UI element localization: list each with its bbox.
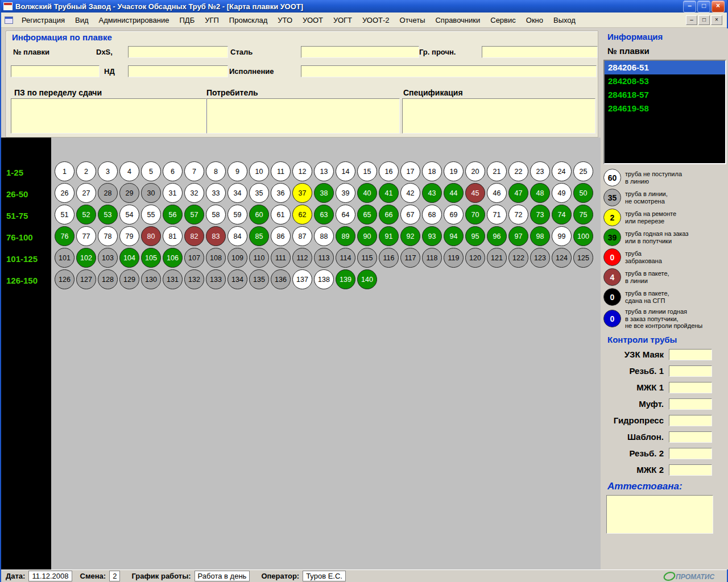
nd-input[interactable] [128, 65, 228, 77]
control-input-МЖК 1[interactable] [669, 382, 712, 393]
pipe-circle-15[interactable]: 15 [357, 161, 377, 181]
pipe-circle-111[interactable]: 111 [271, 248, 291, 268]
pipe-circle-137[interactable]: 137 [292, 269, 312, 289]
menu-item-Регистрация[interactable]: Регистрация [16, 14, 70, 27]
close-button[interactable]: × [712, 1, 725, 13]
pipe-circle-114[interactable]: 114 [336, 248, 355, 268]
pipe-circle-115[interactable]: 115 [357, 248, 377, 268]
pipe-circle-87[interactable]: 87 [292, 226, 312, 246]
pipe-circle-58[interactable]: 58 [206, 205, 226, 225]
pipe-circle-42[interactable]: 42 [400, 183, 420, 203]
menu-item-Окно[interactable]: Окно [521, 14, 548, 27]
pipe-circle-110[interactable]: 110 [249, 248, 269, 268]
pipe-circle-136[interactable]: 136 [271, 269, 291, 289]
pipe-circle-33[interactable]: 33 [206, 183, 226, 203]
menu-item-Справочники[interactable]: Справочники [430, 14, 485, 27]
restore-button[interactable]: □ [697, 1, 710, 13]
attested-box[interactable] [606, 495, 713, 534]
pipe-circle-88[interactable]: 88 [314, 226, 334, 246]
menu-item-Вид[interactable]: Вид [70, 14, 94, 27]
pipe-circle-8[interactable]: 8 [206, 161, 226, 181]
pipe-circle-77[interactable]: 77 [76, 226, 96, 246]
pipe-circle-73[interactable]: 73 [530, 205, 550, 225]
pipe-circle-117[interactable]: 117 [400, 248, 420, 268]
pipe-circle-100[interactable]: 100 [573, 226, 593, 246]
pipe-circle-92[interactable]: 92 [400, 226, 420, 246]
pipe-circle-86[interactable]: 86 [271, 226, 291, 246]
pipe-circle-93[interactable]: 93 [422, 226, 442, 246]
pipe-circle-99[interactable]: 99 [552, 226, 572, 246]
pipe-circle-4[interactable]: 4 [119, 161, 139, 181]
pipe-circle-25[interactable]: 25 [573, 161, 593, 181]
pipe-circle-3[interactable]: 3 [98, 161, 118, 181]
pipe-circle-104[interactable]: 104 [119, 248, 139, 268]
pipe-circle-49[interactable]: 49 [552, 183, 572, 203]
pipe-circle-43[interactable]: 43 [422, 183, 442, 203]
pipe-circle-129[interactable]: 129 [119, 269, 139, 289]
pipe-circle-41[interactable]: 41 [379, 183, 399, 203]
pipe-circle-55[interactable]: 55 [141, 205, 161, 225]
pipe-circle-105[interactable]: 105 [141, 248, 161, 268]
control-input-Шаблон.[interactable] [669, 431, 712, 443]
menu-item-Выход[interactable]: Выход [548, 14, 581, 27]
pipe-circle-85[interactable]: 85 [249, 226, 269, 246]
pipe-circle-69[interactable]: 69 [444, 205, 464, 225]
menu-item-УТО[interactable]: УТО [272, 14, 297, 27]
pipe-circle-74[interactable]: 74 [552, 205, 572, 225]
menu-item-Администрирование[interactable]: Администрирование [94, 14, 175, 27]
pipe-circle-123[interactable]: 123 [530, 248, 550, 268]
pipe-circle-134[interactable]: 134 [228, 269, 247, 289]
pipe-circle-27[interactable]: 27 [76, 183, 96, 203]
pipe-circle-116[interactable]: 116 [379, 248, 399, 268]
menu-item-УОГТ[interactable]: УОГТ [328, 14, 357, 27]
pipe-circle-13[interactable]: 13 [314, 161, 334, 181]
pipe-circle-83[interactable]: 83 [206, 226, 226, 246]
pipe-circle-45[interactable]: 45 [465, 183, 485, 203]
pipe-circle-98[interactable]: 98 [530, 226, 550, 246]
pipe-circle-23[interactable]: 23 [530, 161, 550, 181]
pipe-circle-132[interactable]: 132 [184, 269, 204, 289]
melt-list-item[interactable]: 284208-53 [605, 74, 725, 88]
pipe-circle-90[interactable]: 90 [357, 226, 377, 246]
pipe-circle-18[interactable]: 18 [422, 161, 442, 181]
pipe-circle-22[interactable]: 22 [508, 161, 528, 181]
pipe-circle-113[interactable]: 113 [314, 248, 334, 268]
pipe-circle-12[interactable]: 12 [292, 161, 312, 181]
pipe-circle-81[interactable]: 81 [163, 226, 183, 246]
strength-input[interactable] [482, 46, 598, 58]
pipe-circle-1[interactable]: 1 [55, 161, 75, 181]
mdi-minimize-button[interactable]: – [686, 15, 697, 25]
minimize-button[interactable]: – [683, 1, 696, 13]
pipe-circle-14[interactable]: 14 [336, 161, 355, 181]
pipe-circle-94[interactable]: 94 [444, 226, 464, 246]
pipe-circle-102[interactable]: 102 [76, 248, 96, 268]
pipe-circle-107[interactable]: 107 [184, 248, 204, 268]
pipe-circle-53[interactable]: 53 [98, 205, 118, 225]
pipe-circle-72[interactable]: 72 [508, 205, 528, 225]
pipe-circle-71[interactable]: 71 [487, 205, 507, 225]
pipe-circle-17[interactable]: 17 [400, 161, 420, 181]
pipe-circle-131[interactable]: 131 [163, 269, 183, 289]
pipe-circle-57[interactable]: 57 [184, 205, 204, 225]
menu-item-УООТ-2[interactable]: УООТ-2 [357, 14, 395, 27]
pipe-circle-68[interactable]: 68 [422, 205, 442, 225]
pipe-circle-139[interactable]: 139 [336, 269, 355, 289]
pipe-circle-108[interactable]: 108 [206, 248, 226, 268]
pipe-circle-19[interactable]: 19 [444, 161, 464, 181]
pipe-circle-126[interactable]: 126 [55, 269, 75, 289]
melt-no-input[interactable] [11, 65, 100, 77]
pipe-circle-44[interactable]: 44 [444, 183, 464, 203]
menu-item-Сервис[interactable]: Сервис [485, 14, 521, 27]
control-input-МЖК 2[interactable] [669, 464, 712, 476]
pipe-circle-32[interactable]: 32 [184, 183, 204, 203]
pipe-circle-10[interactable]: 10 [249, 161, 269, 181]
pipe-circle-47[interactable]: 47 [508, 183, 528, 203]
melt-list-item[interactable]: 284619-58 [605, 102, 725, 115]
pipe-circle-6[interactable]: 6 [163, 161, 183, 181]
pipe-circle-112[interactable]: 112 [292, 248, 312, 268]
pipe-circle-79[interactable]: 79 [119, 226, 139, 246]
pipe-circle-66[interactable]: 66 [379, 205, 399, 225]
execution-input[interactable] [301, 65, 597, 77]
menu-item-Отчеты[interactable]: Отчеты [395, 14, 431, 27]
dxs-input[interactable] [128, 46, 228, 58]
